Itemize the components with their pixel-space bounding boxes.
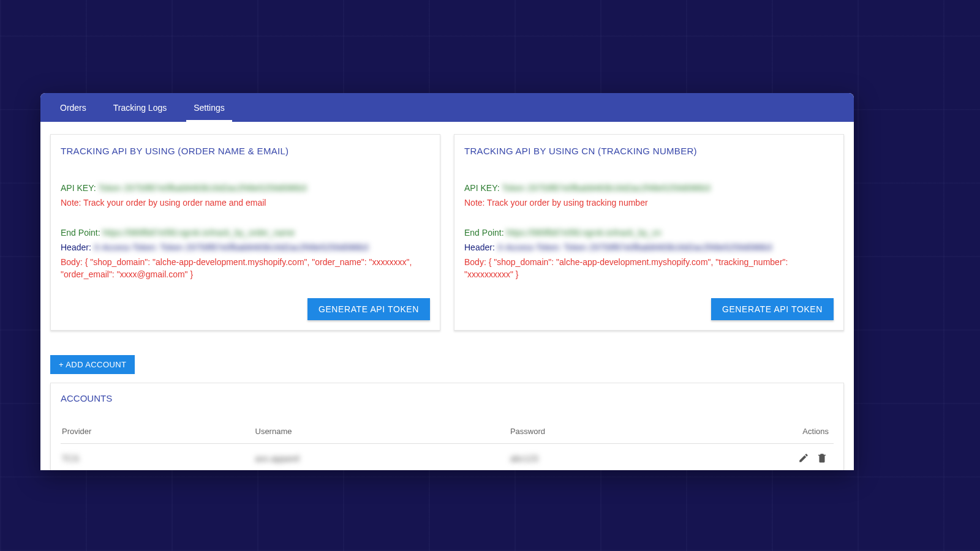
api-card-tracking-number: TRACKING API BY USING CN (TRACKING NUMBE… — [454, 134, 844, 331]
card-title: TRACKING API BY USING (ORDER NAME & EMAI… — [61, 146, 430, 156]
body-value: { "shop_domain": "alche-app-development.… — [464, 257, 788, 279]
add-account-row: + ADD ACCOUNT — [50, 355, 844, 374]
header-label: Header: — [61, 242, 91, 252]
accounts-table: Provider Username Password Actions TCS a… — [61, 421, 834, 470]
body-line: Body: { "shop_domain": "alche-app-develo… — [61, 256, 430, 281]
api-cards-row: TRACKING API BY USING (ORDER NAME & EMAI… — [50, 134, 844, 331]
endpoint-value: https://989fb87e5fd.ngrok.io/track_by_cn — [507, 228, 662, 238]
cell-provider: TCS — [62, 454, 79, 463]
body-label: Body: — [464, 257, 486, 267]
note-label: Note: — [61, 198, 81, 208]
api-key-line: API KEY: Token 29759f87e0fbab8483b16d2ac… — [61, 182, 430, 194]
body-line: Body: { "shop_domain": "alche-app-develo… — [464, 256, 834, 281]
card-title: TRACKING API BY USING CN (TRACKING NUMBE… — [464, 146, 834, 156]
body-label: Body: — [61, 257, 83, 267]
api-key-value: Token 29759f87e0fbab8483b16d2ac2f48e5259… — [502, 183, 710, 193]
accounts-card: ACCOUNTS Provider Username Password Acti… — [50, 383, 844, 470]
api-key-line: API KEY: Token 29759f87e0fbab8483b16d2ac… — [464, 182, 834, 194]
api-key-label: API KEY: — [61, 183, 96, 193]
generate-api-token-button[interactable]: GENERATE API TOKEN — [711, 298, 834, 320]
tab-tracking-logs[interactable]: Tracking Logs — [106, 93, 174, 122]
tab-bar: Orders Tracking Logs Settings — [40, 93, 854, 122]
header-label: Header: — [464, 242, 495, 252]
generate-api-token-button[interactable]: GENERATE API TOKEN — [307, 298, 430, 320]
api-key-value: Token 29759f87e0fbab8483b16d2ac2f48e5259… — [98, 183, 306, 193]
note-text: Track your order by using tracking numbe… — [487, 198, 647, 208]
endpoint-value: https://989fb87e5fd.ngrok.io/track_by_or… — [103, 228, 295, 238]
endpoint-line: End Point: https://989fb87e5fd.ngrok.io/… — [464, 227, 834, 239]
endpoint-label: End Point: — [464, 228, 504, 238]
api-key-label: API KEY: — [464, 183, 500, 193]
header-line: Header: X-Access-Token: Token 29759f87e0… — [464, 241, 834, 253]
api-card-order-name-email: TRACKING API BY USING (ORDER NAME & EMAI… — [50, 134, 440, 331]
note-label: Note: — [464, 198, 484, 208]
endpoint-line: End Point: https://989fb87e5fd.ngrok.io/… — [61, 227, 430, 239]
note-text: Track your order by using order name and… — [83, 198, 266, 208]
tab-settings[interactable]: Settings — [186, 93, 232, 122]
app-window: Orders Tracking Logs Settings TRACKING A… — [40, 93, 854, 470]
tab-orders[interactable]: Orders — [53, 93, 94, 122]
header-value: X-Access-Token: Token 29759f87e0fbab8483… — [497, 242, 772, 252]
header-line: Header: X-Access-Token: Token 29759f87e0… — [61, 241, 430, 253]
col-provider: Provider — [61, 421, 254, 444]
endpoint-label: End Point: — [61, 228, 100, 238]
cell-username: axx.apparel — [255, 454, 300, 463]
header-value: X-Access-Token: Token 29759f87e0fbab8483… — [94, 242, 369, 252]
col-password: Password — [509, 421, 741, 444]
table-row: TCS axx.apparel abc123 — [61, 443, 834, 470]
body-value: { "shop_domain": "alche-app-development.… — [61, 257, 412, 279]
note-line: Note: Track your order by using tracking… — [464, 197, 834, 209]
cell-password: abc123 — [510, 454, 538, 463]
content-area: TRACKING API BY USING (ORDER NAME & EMAI… — [40, 122, 854, 470]
edit-icon[interactable] — [798, 452, 810, 465]
delete-icon[interactable] — [816, 452, 829, 465]
col-actions: Actions — [741, 421, 834, 444]
add-account-button[interactable]: + ADD ACCOUNT — [50, 355, 135, 374]
accounts-title: ACCOUNTS — [61, 393, 834, 403]
col-username: Username — [254, 421, 509, 444]
note-line: Note: Track your order by using order na… — [61, 197, 430, 209]
